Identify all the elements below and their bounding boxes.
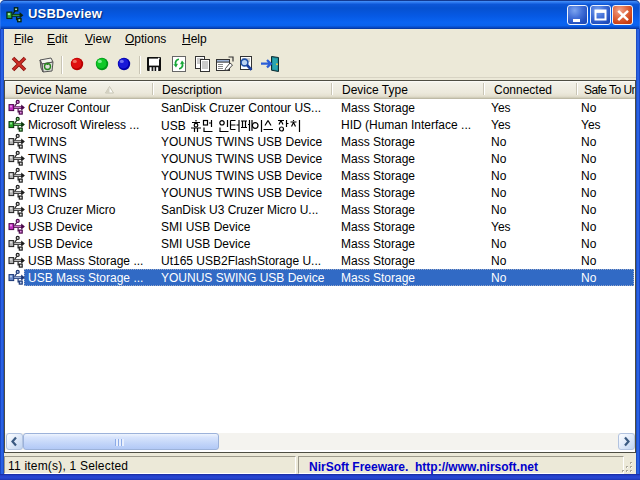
svg-text:USB: USB	[161, 119, 186, 133]
